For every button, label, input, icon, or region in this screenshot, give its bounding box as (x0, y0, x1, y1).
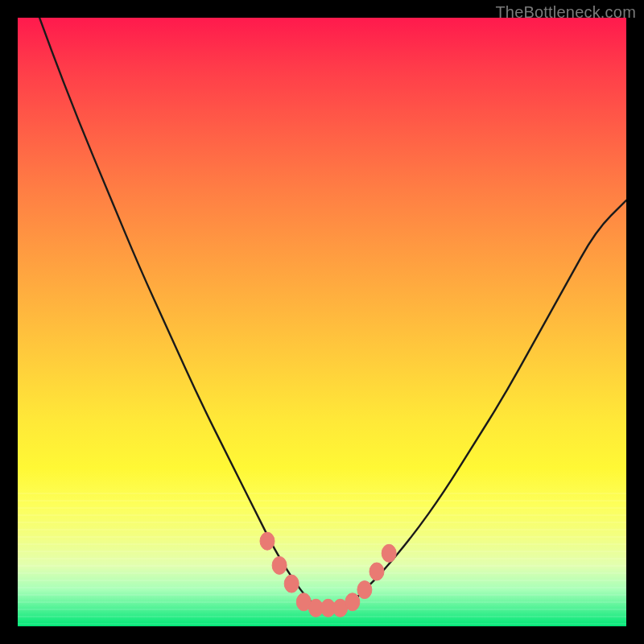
bottleneck-curve-path (18, 18, 626, 608)
marker-left-knee-mid (272, 556, 287, 574)
marker-left-knee-lower (284, 575, 299, 592)
plot-area (18, 18, 626, 626)
marker-right-knee-mid (369, 563, 384, 580)
watermark-text: TheBottleneck.com (495, 3, 636, 22)
marker-left-knee-upper (260, 532, 275, 550)
chart-svg (18, 18, 626, 626)
marker-right-knee-upper (382, 544, 396, 562)
outer-frame: TheBottleneck.com (0, 0, 644, 644)
marker-right-knee-lower (357, 581, 372, 599)
markers-group (260, 532, 396, 617)
marker-valley-5 (345, 593, 360, 611)
